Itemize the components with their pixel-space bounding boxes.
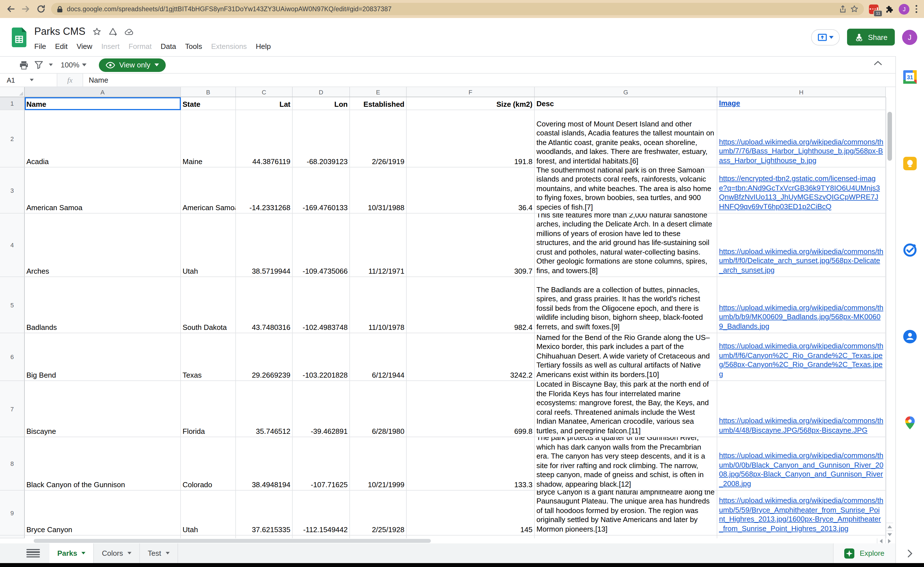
cell-H9[interactable]: https://upload.wikimedia.org/wikipedia/c… xyxy=(717,490,886,535)
all-sheets-icon[interactable] xyxy=(25,547,42,559)
cell-F3[interactable]: 36.4 xyxy=(406,167,535,214)
row-header-5[interactable]: 5 xyxy=(0,277,25,333)
row-header-8[interactable]: 8 xyxy=(0,437,25,490)
filter-dropdown-caret[interactable] xyxy=(49,64,53,66)
reload-icon[interactable] xyxy=(36,4,46,14)
image-link[interactable]: https://encrypted-tbn2.gstatic.com/licen… xyxy=(719,174,884,211)
bookmark-star-icon[interactable] xyxy=(850,5,858,13)
column-header-H[interactable]: H xyxy=(717,87,886,97)
row-header-3[interactable]: 3 xyxy=(0,167,25,214)
cell-F8[interactable]: 133.3 xyxy=(406,437,535,490)
google-calendar-icon[interactable]: 31 xyxy=(903,70,917,84)
cell-A2[interactable]: Acadia xyxy=(25,110,181,167)
sheets-logo-icon[interactable] xyxy=(12,27,26,47)
vertical-scrollbar-thumb[interactable] xyxy=(888,112,892,161)
account-avatar[interactable]: J xyxy=(902,30,917,45)
row-header-6[interactable]: 6 xyxy=(0,333,25,381)
password-extension-icon[interactable]: 11 xyxy=(869,4,879,14)
cell-C10[interactable] xyxy=(236,535,292,538)
cell-C6[interactable]: 29.2669239 xyxy=(236,333,292,381)
select-all-corner[interactable] xyxy=(0,87,25,97)
cell-E1[interactable]: Established xyxy=(350,97,406,110)
filter-icon[interactable] xyxy=(34,61,43,69)
cell-D4[interactable]: -109.4735066 xyxy=(292,214,350,277)
cell-C1[interactable]: Lat xyxy=(236,97,292,110)
cell-F10[interactable] xyxy=(406,535,535,538)
cell-E8[interactable]: 10/21/1999 xyxy=(350,437,406,490)
cell-E3[interactable]: 10/31/1988 xyxy=(350,167,406,214)
browser-profile-avatar[interactable]: J xyxy=(899,4,909,14)
row-header-9[interactable]: 9 xyxy=(0,490,25,535)
cell-H3[interactable]: https://encrypted-tbn2.gstatic.com/licen… xyxy=(717,167,886,214)
cell-G8[interactable]: The park protects a quarter of the Gunni… xyxy=(535,437,717,490)
forward-icon[interactable] xyxy=(21,4,31,14)
extensions-puzzle-icon[interactable] xyxy=(884,4,894,14)
column-header-B[interactable]: B xyxy=(181,87,236,97)
cell-D6[interactable]: -103.2201828 xyxy=(292,333,350,381)
cell-H5[interactable]: https://upload.wikimedia.org/wikipedia/c… xyxy=(717,277,886,333)
cell-D9[interactable]: -112.1549442 xyxy=(292,490,350,535)
cell-G9[interactable]: Bryce Canyon is a giant natural amphithe… xyxy=(535,490,717,535)
column-header-E[interactable]: E xyxy=(350,87,406,97)
column-header-F[interactable]: F xyxy=(406,87,535,97)
image-link[interactable]: https://upload.wikimedia.org/wikipedia/c… xyxy=(719,451,884,488)
zoom-dropdown-caret[interactable] xyxy=(82,63,87,66)
image-link[interactable]: Image xyxy=(719,99,884,108)
cell-H8[interactable]: https://upload.wikimedia.org/wikipedia/c… xyxy=(717,437,886,490)
google-tasks-icon[interactable] xyxy=(903,243,917,257)
cell-G3[interactable]: The southernmost national park is on thr… xyxy=(535,167,717,214)
share-button[interactable]: Share xyxy=(848,29,895,45)
row-header-10[interactable] xyxy=(0,535,25,538)
menu-file[interactable]: File xyxy=(30,40,51,52)
cell-C2[interactable]: 44.3876119 xyxy=(236,110,292,167)
cell-A10[interactable] xyxy=(25,535,181,538)
cell-G5[interactable]: The Badlands are a collection of buttes,… xyxy=(535,277,717,333)
cell-A8[interactable]: Black Canyon of the Gunnison xyxy=(25,437,181,490)
cell-C3[interactable]: -14.2331268 xyxy=(236,167,292,214)
label-icon[interactable] xyxy=(108,27,117,36)
menu-edit[interactable]: Edit xyxy=(51,40,72,52)
cell-A3[interactable]: American Samoa xyxy=(25,167,181,214)
cell-F6[interactable]: 3242.2 xyxy=(406,333,535,381)
cell-B6[interactable]: Texas xyxy=(181,333,236,381)
menu-tools[interactable]: Tools xyxy=(181,40,207,52)
sheet-tab-test[interactable]: Test xyxy=(140,543,178,563)
cell-G10[interactable] xyxy=(535,535,717,538)
column-header-A[interactable]: A xyxy=(25,87,181,97)
cell-E7[interactable]: 6/28/1980 xyxy=(350,381,406,437)
cell-E5[interactable]: 11/10/1978 xyxy=(350,277,406,333)
cell-D5[interactable]: -102.4983748 xyxy=(292,277,350,333)
view-only-button[interactable]: View only xyxy=(99,58,166,72)
scroll-down-icon[interactable] xyxy=(886,531,893,538)
cell-D2[interactable]: -68.2039123 xyxy=(292,110,350,167)
cell-B2[interactable]: Maine xyxy=(181,110,236,167)
image-link[interactable]: https://upload.wikimedia.org/wikipedia/c… xyxy=(719,417,884,435)
cell-A9[interactable]: Bryce Canyon xyxy=(25,490,181,535)
browser-menu-icon[interactable] xyxy=(915,4,918,14)
cell-H4[interactable]: https://upload.wikimedia.org/wikipedia/c… xyxy=(717,214,886,277)
menu-extensions[interactable]: Extensions xyxy=(207,40,251,52)
cell-C7[interactable]: 35.746512 xyxy=(236,381,292,437)
sheet-tab-menu-caret[interactable] xyxy=(82,552,86,555)
cell-F7[interactable]: 699.8 xyxy=(406,381,535,437)
cell-A5[interactable]: Badlands xyxy=(25,277,181,333)
cell-B3[interactable]: American Samoa xyxy=(181,167,236,214)
explore-button[interactable]: Explore xyxy=(833,543,896,563)
document-title[interactable]: Parks CMS xyxy=(34,26,86,38)
scroll-up-icon[interactable] xyxy=(886,523,893,531)
cell-E4[interactable]: 11/12/1971 xyxy=(350,214,406,277)
cell-H2[interactable]: https://upload.wikimedia.org/wikipedia/c… xyxy=(717,110,886,167)
google-maps-icon[interactable] xyxy=(903,416,917,430)
row-header-4[interactable]: 4 xyxy=(0,214,25,277)
cell-H10[interactable] xyxy=(717,535,886,538)
sheet-tab-menu-caret[interactable] xyxy=(128,552,132,555)
google-keep-icon[interactable] xyxy=(903,156,917,171)
cell-F1[interactable]: Size (km2) xyxy=(406,97,535,110)
menu-help[interactable]: Help xyxy=(251,40,276,52)
row-header-1[interactable]: 1 xyxy=(0,97,25,110)
column-header-G[interactable]: G xyxy=(535,87,717,97)
cell-B9[interactable]: Utah xyxy=(181,490,236,535)
cell-F2[interactable]: 191.8 xyxy=(406,110,535,167)
cell-G2[interactable]: Covering most of Mount Desert Island and… xyxy=(535,110,717,167)
cell-C4[interactable]: 38.5719944 xyxy=(236,214,292,277)
